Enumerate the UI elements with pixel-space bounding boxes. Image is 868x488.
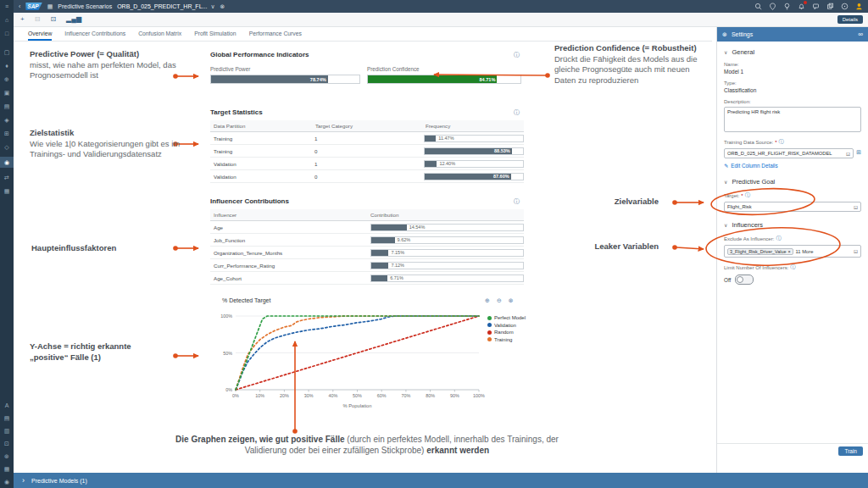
sidebar-icon[interactable]: ◈ bbox=[0, 116, 14, 124]
tab-confusion-matrix[interactable]: Confusion Matrix bbox=[138, 30, 181, 41]
zoom-out-icon[interactable]: ⊖ bbox=[497, 297, 502, 304]
influencers-section-header[interactable]: ∨ Influencers bbox=[724, 221, 861, 229]
search-icon[interactable] bbox=[754, 3, 762, 10]
chevron-down-icon[interactable]: ∨ bbox=[724, 49, 727, 55]
document-tab[interactable]: ORB_D_025_PREDICT_HR_FL... ∨ bbox=[117, 3, 214, 10]
legend-item[interactable]: Perfect Model bbox=[487, 315, 526, 320]
legend-item[interactable]: Validation bbox=[487, 323, 526, 328]
model-tabstrip: OverviewInfluencer ContributionsConfusio… bbox=[14, 28, 712, 42]
table-row: Job_Function9.62% bbox=[210, 234, 524, 247]
target-field[interactable]: Flight_Risk ⊡ bbox=[724, 202, 861, 212]
more-tokens-label[interactable]: 11 More bbox=[796, 249, 814, 254]
sidebar-icon[interactable]: ▢ bbox=[0, 48, 14, 56]
token-close-icon[interactable]: × bbox=[787, 249, 790, 254]
table-row: Age_Cohort6.71% bbox=[210, 272, 524, 285]
tab-overview[interactable]: Overview bbox=[28, 30, 52, 41]
sidebar-icon[interactable]: ◉ bbox=[0, 478, 14, 485]
chart-settings-icon[interactable]: ⊛ bbox=[509, 297, 514, 304]
description-label: Description: bbox=[724, 99, 861, 104]
settings-panel-body: ∨ General Name: Model 1 Type: Classifica… bbox=[717, 42, 868, 458]
pencil-icon: ✎ bbox=[724, 163, 728, 169]
info-icon[interactable]: ⓘ bbox=[790, 263, 795, 271]
value-help-icon[interactable]: ⊡ bbox=[854, 248, 858, 254]
svg-text:30%: 30% bbox=[304, 393, 314, 398]
svg-text:% Population: % Population bbox=[342, 403, 371, 408]
limit-influencers-toggle[interactable] bbox=[735, 274, 754, 285]
token-chip[interactable]: 3_Flight_Risk_Driver_Value × bbox=[727, 248, 793, 255]
detected-target-chart: 0%10%20%30%40%50%60%70%80%90%100%0%50%10… bbox=[214, 291, 524, 415]
save-icon: ⊟ bbox=[35, 15, 41, 24]
table-header-row: InfluencerContribution bbox=[210, 209, 524, 221]
svg-text:90%: 90% bbox=[450, 393, 459, 398]
chevron-right-icon[interactable]: › bbox=[22, 476, 25, 485]
sidebar-icon[interactable]: ♦ bbox=[0, 62, 14, 69]
gpi-info-icon[interactable]: ⓘ bbox=[514, 51, 520, 59]
tab-influencer-contributions[interactable]: Influencer Contributions bbox=[64, 30, 125, 41]
lightbulb-icon[interactable] bbox=[783, 3, 791, 10]
zoom-in-icon[interactable]: ⊕ bbox=[485, 297, 490, 304]
close-document-icon[interactable]: ⊗ bbox=[220, 3, 225, 10]
legend-item[interactable]: Training bbox=[487, 337, 526, 342]
edit-column-details-link[interactable]: ✎ Edit Column Details bbox=[724, 163, 861, 169]
chart-icon[interactable]: ▂▄▆ bbox=[66, 15, 81, 24]
exclude-as-influencer-field[interactable]: 3_Flight_Risk_Driver_Value × 11 More ⊡ bbox=[724, 245, 861, 258]
table-row: Validation087.60% bbox=[210, 170, 524, 183]
sidebar-icon[interactable]: ▦ bbox=[0, 465, 14, 473]
predictive-scenarios-icon: ▦ bbox=[47, 3, 53, 10]
avatar-icon[interactable] bbox=[855, 3, 863, 10]
info-icon[interactable]: ⓘ bbox=[778, 138, 783, 146]
svg-text:70%: 70% bbox=[402, 393, 411, 398]
sidebar-icon[interactable]: ⊕ bbox=[0, 75, 14, 83]
training-data-source-field[interactable]: ORB_D_025_HR_FLIGHT_RISK_DATAMODEL ⊡ bbox=[724, 148, 854, 158]
sidebar-icon[interactable]: ⊡ bbox=[0, 440, 14, 447]
details-button[interactable]: Details bbox=[837, 15, 863, 24]
type-value: Classification bbox=[724, 87, 861, 93]
description-field[interactable]: Predicting HR flight risk bbox=[724, 107, 861, 132]
copy-icon[interactable] bbox=[826, 3, 834, 10]
sidebar-icon[interactable]: □ bbox=[0, 30, 14, 37]
svg-text:40%: 40% bbox=[328, 393, 337, 398]
sidebar-icon[interactable]: ⌂ bbox=[0, 16, 14, 24]
sidebar-icon[interactable]: ▦ bbox=[0, 187, 14, 195]
sidebar-icon[interactable]: ▤ bbox=[0, 103, 14, 110]
chevron-down-icon[interactable]: ∨ bbox=[724, 222, 727, 228]
target-statistics-info-icon[interactable]: ⓘ bbox=[514, 108, 520, 117]
add-icon[interactable]: + bbox=[20, 15, 25, 24]
required-mark: * bbox=[775, 140, 776, 145]
sidebar-icon[interactable]: ◉ bbox=[0, 157, 14, 168]
feedback-icon[interactable] bbox=[812, 3, 820, 10]
influencer-contributions-info-icon[interactable]: ⓘ bbox=[514, 197, 520, 206]
notifications-icon[interactable] bbox=[798, 3, 805, 10]
info-icon[interactable]: ⓘ bbox=[776, 235, 781, 242]
sap-logo: SAP bbox=[25, 3, 42, 10]
info-icon[interactable]: ⓘ bbox=[745, 191, 750, 199]
value-help-icon[interactable]: ⊡ bbox=[854, 204, 858, 210]
train-button[interactable]: Train bbox=[838, 446, 863, 456]
open-icon[interactable]: ⊡ bbox=[50, 15, 56, 24]
help-icon[interactable] bbox=[841, 3, 849, 10]
sidebar-icon[interactable]: ▣ bbox=[0, 89, 14, 97]
value-help-icon[interactable]: ⊡ bbox=[846, 151, 850, 157]
sidebar-icon[interactable]: ⇄ bbox=[0, 174, 14, 181]
tab-profit-simulation[interactable]: Profit Simulation bbox=[194, 30, 236, 41]
sidebar-icon[interactable]: A bbox=[0, 402, 14, 409]
global-performance-indicators: Predictive Power78.74%Prediction Confide… bbox=[210, 66, 521, 84]
sidebar-icon[interactable]: ◇ bbox=[0, 143, 14, 151]
sidebar-icon[interactable]: ⊞ bbox=[0, 130, 14, 137]
sidebar-icon[interactable]: ⊛ bbox=[0, 452, 14, 460]
sidebar-icon[interactable]: ≡ bbox=[0, 3, 14, 10]
copy-icon[interactable]: ⊞ bbox=[856, 149, 861, 156]
chevron-down-icon[interactable]: ∨ bbox=[724, 179, 727, 185]
glasses-icon[interactable]: ∞ bbox=[858, 30, 863, 38]
back-icon[interactable]: ‹ bbox=[19, 3, 20, 9]
legend-item[interactable]: Random bbox=[487, 330, 526, 335]
sidebar-icon[interactable]: ▤ bbox=[0, 414, 14, 422]
location-icon[interactable] bbox=[769, 3, 776, 10]
predictive-models-bar[interactable]: › Predictive Models (1) bbox=[14, 473, 868, 488]
influencer-contributions-table: InfluencerContributionAge14.54%Job_Funct… bbox=[210, 209, 524, 285]
sidebar-icon[interactable]: ▥ bbox=[0, 427, 14, 435]
general-section-header[interactable]: ∨ General bbox=[724, 48, 861, 56]
chevron-down-icon[interactable]: ∨ bbox=[210, 3, 214, 10]
predictive-goal-section-header[interactable]: ∨ Predictive Goal bbox=[724, 178, 861, 186]
tab-performance-curves[interactable]: Performance Curves bbox=[249, 30, 302, 41]
